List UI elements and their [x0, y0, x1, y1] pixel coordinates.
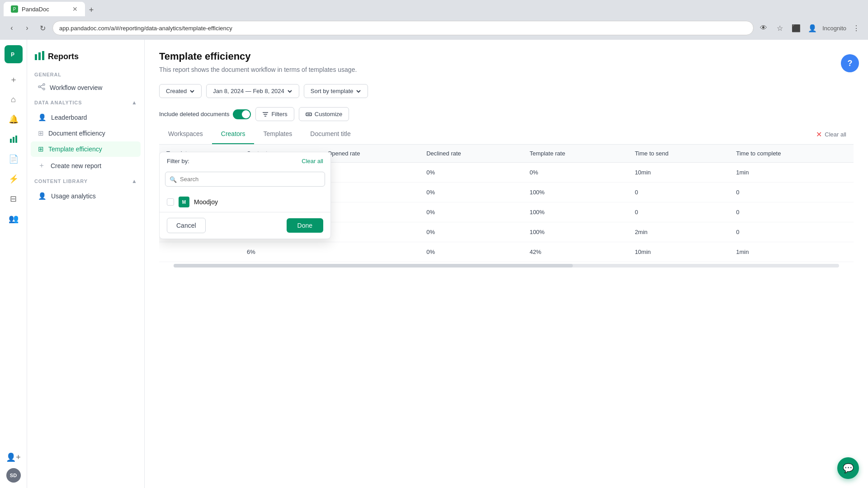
include-deleted-toggle-row: Include deleted documents — [159, 109, 251, 119]
cell-time-complete: 0 — [729, 202, 854, 222]
list-item[interactable]: M Moodjoy — [160, 192, 330, 212]
app-container: P ＋ ⌂ 🔔 📄 ⚡ ⊟ 👥 👤+ SD Reports GENERAL Wo… — [0, 40, 868, 488]
sidebar-toggle-icon[interactable]: ⬛ — [790, 22, 802, 34]
col-template-rate: Template rate — [522, 145, 627, 163]
url-bar[interactable]: app.pandadoc.com/a/#/reporting/data-anal… — [52, 21, 754, 35]
svg-rect-5 — [35, 54, 37, 60]
creators-dropdown: Filter by: Clear all 🔍 M Moodjoy — [159, 152, 331, 239]
dropdown-header: Filter by: Clear all — [160, 152, 330, 170]
data-analytics-section-header: DATA ANALYTICS ▲ — [27, 96, 144, 109]
sidebar-icon-rail: P ＋ ⌂ 🔔 📄 ⚡ ⊟ 👥 👤+ SD — [0, 40, 27, 488]
cancel-button[interactable]: Cancel — [167, 218, 206, 233]
dropdown-list: M Moodjoy — [160, 192, 330, 212]
reload-button[interactable]: ↻ — [36, 22, 49, 34]
svg-rect-7 — [42, 51, 44, 60]
cell-declined: 0% — [419, 183, 522, 202]
tab-title: PandaDoc — [22, 6, 49, 13]
tab-document-title[interactable]: Document title — [301, 125, 359, 144]
active-tab[interactable]: P PandaDoc ✕ — [4, 2, 85, 16]
nav-header-title: Reports — [48, 52, 79, 61]
date-range-label: Jan 8, 2024 — Feb 8, 2024 — [213, 88, 284, 94]
dropdown-clear-button[interactable]: Clear all — [302, 158, 323, 164]
user-avatar[interactable]: SD — [6, 468, 21, 483]
add-button[interactable]: ＋ — [5, 70, 23, 89]
home-icon[interactable]: ⌂ — [5, 90, 23, 108]
nav-item-create-new-report[interactable]: ＋ Create new report — [31, 157, 141, 174]
contacts-icon[interactable]: 👥 — [5, 210, 23, 228]
notifications-icon[interactable]: 🔔 — [5, 110, 23, 128]
forward-button[interactable]: › — [21, 22, 33, 34]
content-library-section-header: CONTENT LIBRARY ▲ — [27, 174, 144, 188]
browser-action-buttons: 👁 ☆ ⬛ 👤 Incognito ⋮ — [757, 22, 863, 34]
nav-item-label: Create new report — [51, 162, 101, 169]
cell-declined: 0% — [419, 163, 522, 183]
col-time-to-complete: Time to complete — [729, 145, 854, 163]
cell-opened — [320, 163, 419, 183]
search-input[interactable] — [165, 172, 325, 187]
nav-item-document-efficiency[interactable]: ⊞ Document efficiency — [31, 126, 141, 141]
templates-icon[interactable]: ⊟ — [5, 190, 23, 208]
analytics-icon[interactable] — [5, 130, 23, 148]
col-time-to-send: Time to send — [627, 145, 729, 163]
svg-point-10 — [43, 88, 45, 90]
svg-point-9 — [43, 84, 45, 85]
table-row: 6% 0% 42% 10min 1min — [159, 242, 854, 262]
documents-icon[interactable]: 📄 — [5, 150, 23, 168]
nav-item-usage-analytics[interactable]: 👤 Usage analytics — [31, 188, 141, 204]
tab-close-button[interactable]: ✕ — [72, 5, 78, 13]
cell-time-send: 10min — [627, 242, 729, 262]
filters-button[interactable]: Filters — [255, 107, 294, 121]
nav-item-label: Document efficiency — [48, 130, 105, 137]
created-filter-button[interactable]: Created — [159, 84, 202, 98]
data-analytics-toggle[interactable]: ▲ — [132, 99, 137, 106]
lightning-icon[interactable]: ⚡ — [5, 170, 23, 188]
content-library-toggle[interactable]: ▲ — [132, 178, 137, 184]
pandadoc-logo[interactable]: P — [5, 45, 23, 63]
template-efficiency-icon: ⊞ — [38, 145, 44, 153]
svg-rect-3 — [13, 137, 14, 143]
general-section-label: GENERAL — [27, 66, 144, 79]
page-header: Template efficiency This report shows th… — [145, 40, 868, 79]
filter-tabs-bar: Workspaces Creators Templates Document t… — [159, 125, 854, 145]
cell-template-rate: 100% — [522, 222, 627, 242]
filters-label: Filters — [271, 111, 287, 117]
done-button[interactable]: Done — [287, 218, 323, 233]
item-logo: M — [179, 197, 189, 207]
svg-rect-2 — [10, 139, 12, 143]
cell-template-rate: 100% — [522, 183, 627, 202]
include-deleted-toggle[interactable] — [233, 109, 251, 119]
nav-item-leaderboard[interactable]: 👤 Leaderboard — [31, 110, 141, 125]
sort-by-button[interactable]: Sort by template — [304, 84, 368, 98]
chat-button[interactable]: 💬 — [837, 457, 859, 479]
search-icon: 🔍 — [170, 176, 177, 183]
cell-template-rate: 0% — [522, 163, 627, 183]
dropdown-search-area: 🔍 — [160, 170, 330, 192]
usage-analytics-icon: 👤 — [38, 192, 47, 200]
cell-template-rate: 100% — [522, 202, 627, 222]
tab-workspaces[interactable]: Workspaces — [159, 125, 212, 144]
horizontal-scrollbar[interactable] — [174, 264, 839, 267]
toggle-dot — [242, 110, 250, 118]
new-tab-button[interactable]: + — [85, 4, 98, 16]
invite-icon[interactable]: 👤+ — [5, 448, 23, 466]
customize-button[interactable]: Customize — [299, 107, 349, 121]
tab-templates[interactable]: Templates — [254, 125, 301, 144]
profile-icon[interactable]: 👤 — [806, 22, 819, 34]
page-description: This report shows the document workflow … — [159, 66, 854, 73]
bookmark-icon[interactable]: ☆ — [774, 22, 786, 34]
reports-header-icon — [34, 51, 44, 63]
svg-rect-4 — [15, 136, 17, 143]
menu-icon[interactable]: ⋮ — [850, 22, 863, 34]
incognito-label: Incognito — [822, 25, 846, 32]
eye-off-icon[interactable]: 👁 — [757, 22, 770, 34]
tab-creators[interactable]: Creators — [212, 125, 255, 144]
help-button[interactable]: ? — [841, 54, 859, 72]
nav-item-workflow-overview[interactable]: Workflow overview — [31, 80, 141, 95]
nav-item-template-efficiency[interactable]: ⊞ Template efficiency — [31, 141, 141, 157]
back-button[interactable]: ‹ — [5, 22, 18, 34]
item-checkbox[interactable] — [167, 198, 174, 206]
cell-time-send: 0 — [627, 183, 729, 202]
clear-all-button[interactable]: ✕ Clear all — [809, 125, 854, 144]
cell-declined: 0% — [419, 222, 522, 242]
date-range-button[interactable]: Jan 8, 2024 — Feb 8, 2024 — [206, 84, 299, 98]
